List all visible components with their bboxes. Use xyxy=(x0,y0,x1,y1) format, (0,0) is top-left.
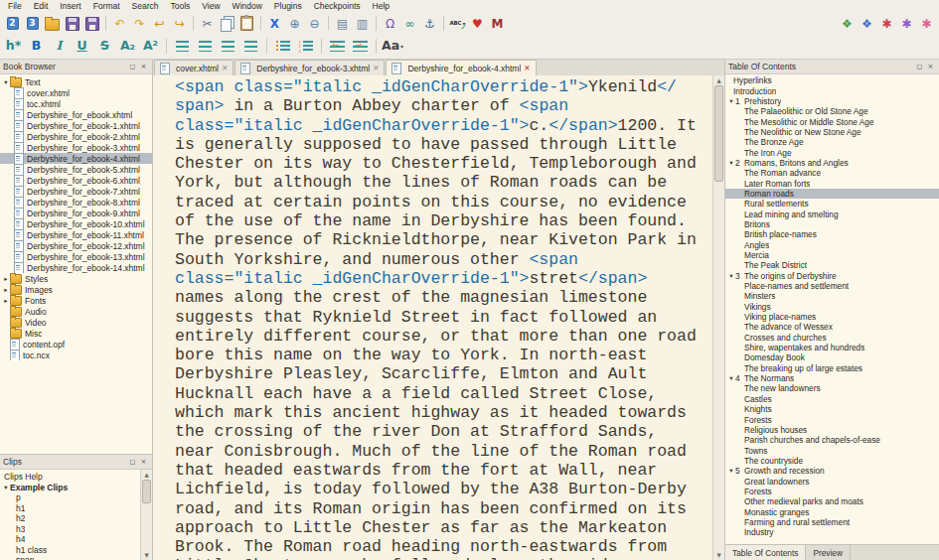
toc-item-the-origins-of-derbyshire[interactable]: ▾3The origins of Derbyshire xyxy=(725,271,939,281)
book-item-text[interactable]: ▾Text xyxy=(0,76,152,87)
expand-icon[interactable]: ▸ xyxy=(2,297,10,305)
plugin-purple-button[interactable]: ✱ xyxy=(897,15,916,33)
outdent-button[interactable] xyxy=(327,36,348,57)
menu-search[interactable]: Search xyxy=(126,0,165,13)
italic-button[interactable]: I xyxy=(49,36,70,57)
toc-item-prehistory[interactable]: ▾1Prehistory xyxy=(725,96,939,106)
toc-item-religious-houses[interactable]: Religious houses xyxy=(725,425,939,435)
toc-item-great-landowners[interactable]: Great landowners xyxy=(725,476,939,486)
new-epub3-button[interactable]: 3 xyxy=(23,15,42,33)
superscript-button[interactable]: A² xyxy=(140,36,161,57)
toc-item-the-countryside[interactable]: The countryside xyxy=(725,456,939,466)
heading-style-button[interactable]: h* xyxy=(3,36,24,57)
plugin-red-button[interactable]: ✱ xyxy=(877,15,896,33)
toc-item-vikings[interactable]: Vikings xyxy=(725,302,939,312)
zoom-in-button[interactable]: ⊕ xyxy=(285,15,304,33)
metadata-button[interactable]: M xyxy=(488,15,507,33)
clips-close-button[interactable]: × xyxy=(138,458,149,466)
paste-button[interactable] xyxy=(237,15,256,33)
toc-item-lead-mining-and-smelting[interactable]: Lead mining and smelting xyxy=(725,209,939,218)
toc-item-monastic-granges[interactable]: Monastic granges xyxy=(725,506,939,516)
menu-tools[interactable]: Tools xyxy=(164,0,196,13)
book-item-derbyshire-for-ebook-10-xhtml[interactable]: Derbyshire_for_ebook-10.xhtml xyxy=(0,218,152,229)
book-item-styles[interactable]: ▸Styles xyxy=(0,273,152,284)
book-item-derbyshire-for-ebook-3-xhtml[interactable]: Derbyshire_for_ebook-3.xhtml xyxy=(0,142,152,153)
book-item-video[interactable]: Video xyxy=(0,317,152,328)
editor-scrollbar-thumb[interactable] xyxy=(714,85,723,182)
open-book-button[interactable] xyxy=(43,15,62,33)
toc-item-the-roman-advance[interactable]: The Roman advance xyxy=(725,168,939,178)
tab-derbyshire-for-ebook-4-xhtml[interactable]: Derbyshire_for_ebook-4.xhtml✕ xyxy=(386,60,536,75)
undo-button[interactable]: ↶ xyxy=(110,15,129,33)
scroll-down-icon[interactable]: ▼ xyxy=(144,550,148,560)
toc-item-castles[interactable]: Castles xyxy=(725,394,939,404)
menu-checkpoints[interactable]: Checkpoints xyxy=(308,0,367,13)
book-item-cover-xhtml[interactable]: cover.xhtml xyxy=(0,87,152,98)
toc-item-rural-settlements[interactable]: Rural settlements xyxy=(725,199,939,209)
toc-item-the-bronze-age[interactable]: The Bronze Age xyxy=(725,137,939,147)
toc-item-roman-roads[interactable]: Roman roads xyxy=(725,189,939,199)
align-center-button[interactable] xyxy=(195,36,216,57)
clip-item-h4[interactable]: h4 xyxy=(0,534,140,545)
book-item-derbyshire-for-ebook-6-xhtml[interactable]: Derbyshire_for_ebook-6.xhtml xyxy=(0,175,152,186)
book-item-fonts[interactable]: ▸Fonts xyxy=(0,295,152,306)
menu-view[interactable]: View xyxy=(196,0,226,13)
bullet-list-button[interactable] xyxy=(272,36,293,57)
book-item-misc[interactable]: Misc xyxy=(0,328,152,339)
toc-item-forests[interactable]: Forests xyxy=(725,414,939,424)
toc-item-the-mesolithic-or-middle-stone-age[interactable]: The Mesolithic or Middle Stone Age xyxy=(725,116,939,126)
toc-item-parish-churches-and-chapels-of-ease[interactable]: Parish churches and chapels-of-ease xyxy=(725,435,939,445)
toc-item-the-new-landowners[interactable]: The new landowners xyxy=(725,383,939,393)
collapse-icon[interactable]: ▾ xyxy=(727,272,735,280)
clip-item-h2[interactable]: h2 xyxy=(0,513,140,524)
align-right-button[interactable] xyxy=(218,36,238,57)
book-item-derbyshire-for-ebook-1-xhtml[interactable]: Derbyshire_for_ebook-1.xhtml xyxy=(0,120,152,131)
spellcheck-button[interactable]: ABC✓▾ xyxy=(448,15,467,33)
menu-plugins[interactable]: Plugins xyxy=(268,0,308,13)
copy-button[interactable] xyxy=(218,15,236,33)
forward-button[interactable]: ↪ xyxy=(170,15,189,33)
menu-format[interactable]: Format xyxy=(87,0,126,13)
book-item-derbyshire-for-ebook-8-xhtml[interactable]: Derbyshire_for_ebook-8.xhtml xyxy=(0,197,152,208)
numbered-list-button[interactable] xyxy=(295,36,316,57)
book-item-derbyshire-for-ebook-5-xhtml[interactable]: Derbyshire_for_ebook-5.xhtml xyxy=(0,164,152,175)
toc-item-later-roman-forts[interactable]: Later Roman forts xyxy=(725,178,939,188)
menu-edit[interactable]: Edit xyxy=(28,0,55,13)
special-characters-button[interactable]: Ω xyxy=(381,15,399,33)
save-as-button[interactable] xyxy=(82,15,101,33)
toc-item-the-breaking-up-of-large-estates[interactable]: The breaking up of large estates xyxy=(725,363,939,373)
book-item-derbyshire-for-ebook-12-xhtml[interactable]: Derbyshire_for_ebook-12.xhtml xyxy=(0,240,152,251)
tab-close-icon[interactable]: ✕ xyxy=(222,64,228,72)
book-item-derbyshire-for-ebook-4-xhtml[interactable]: Derbyshire_for_ebook-4.xhtml xyxy=(0,153,152,164)
plugin-green-button[interactable]: ❖ xyxy=(838,15,857,33)
indent-button[interactable] xyxy=(350,36,371,57)
toc-item-place-names-and-settlement[interactable]: Place-names and settlement xyxy=(725,281,939,291)
toc-item-the-iron-age[interactable]: The Iron Age xyxy=(725,147,939,157)
collapse-icon[interactable]: ▾ xyxy=(2,78,10,86)
book-item-derbyshire-for-ebook-13-xhtml[interactable]: Derbyshire_for_ebook-13.xhtml xyxy=(0,251,152,262)
book-item-toc-ncx[interactable]: toc.ncx xyxy=(0,350,152,360)
toc-item-viking-place-names[interactable]: Viking place-names xyxy=(725,312,939,322)
tab-cover-xhtml[interactable]: cover.xhtml✕ xyxy=(154,60,234,75)
plugin-pink-button[interactable]: ✱ xyxy=(917,15,936,33)
clip-item-p[interactable]: p xyxy=(0,492,140,503)
scroll-down-icon[interactable]: ▼ xyxy=(716,550,720,560)
align-left-button[interactable] xyxy=(172,36,193,57)
toc-item-farming-and-rural-settlement[interactable]: Farming and rural settlement xyxy=(725,517,939,527)
toc-item-the-palaeolithic-or-old-stone-age[interactable]: The Palaeolithic or Old Stone Age xyxy=(725,106,939,116)
tab-close-icon[interactable]: ✕ xyxy=(524,64,530,72)
insert-anchor-button[interactable]: ⚓ xyxy=(420,15,439,33)
book-item-toc-xhtml[interactable]: toc.xhtml xyxy=(0,98,152,109)
toc-item-the-neolithic-or-new-stone-age[interactable]: The Neolithic or New Stone Age xyxy=(725,127,939,137)
tab-derbyshire-for-ebook-3-xhtml[interactable]: Derbyshire_for_ebook-3.xhtml✕ xyxy=(235,60,385,75)
underline-button[interactable]: U xyxy=(72,36,92,57)
toc-float-button[interactable]: ◻ xyxy=(914,63,925,70)
toc-item-hyperlinks[interactable]: Hyperlinks xyxy=(725,75,939,85)
subscript-button[interactable]: A₂ xyxy=(117,36,138,57)
toc-item-towns[interactable]: Towns xyxy=(725,445,939,455)
clips-scrollbar[interactable]: ▲ ▼ xyxy=(140,470,152,560)
toc-item-britons[interactable]: Britons xyxy=(725,219,939,229)
menu-file[interactable]: File xyxy=(2,0,28,13)
strikethrough-button[interactable]: S xyxy=(94,36,115,57)
align-justify-button[interactable] xyxy=(240,36,261,57)
